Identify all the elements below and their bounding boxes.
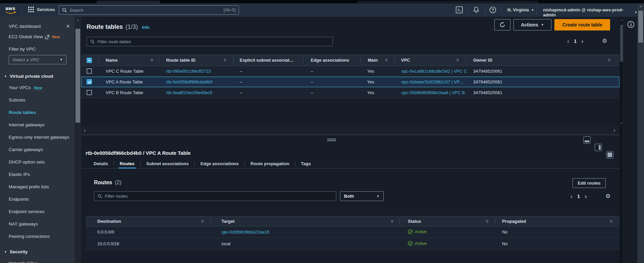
sort-icon[interactable]: ▽ [486, 220, 488, 223]
scrollbar-thumb[interactable] [638, 11, 643, 43]
cloudshell-button[interactable] [456, 6, 463, 15]
panel-position-bottom-button[interactable] [583, 136, 591, 144]
page-number[interactable]: 1 [577, 194, 580, 199]
table-settings-gear-icon[interactable]: ⚙ [602, 38, 607, 45]
col-status[interactable]: Status [408, 219, 421, 224]
col-destination[interactable]: Destination [97, 219, 121, 224]
vpc-link[interactable]: vpc-0cbaee7b302962c57 | VP… [401, 79, 464, 84]
account-menu[interactable]: nishapmcd-admin @ nishap-aws-prod-admin … [543, 7, 637, 17]
igw-target-link[interactable]: igw-0d3fb8c9bba22aa16 [221, 229, 269, 235]
content-left-scrollbar[interactable]: ⌃ [75, 17, 81, 263]
sidebar-item-egress-only-internet-gateways[interactable]: Egress-only internet gateways [9, 134, 70, 141]
page-prev-icon[interactable]: ‹ [571, 193, 573, 199]
col-propagated[interactable]: Propagated [502, 219, 526, 224]
scroll-down-icon[interactable]: ⌄ [620, 120, 624, 125]
info-panel-toggle-icon[interactable] [627, 21, 635, 28]
region-selector[interactable]: N. Virginia ▼ [507, 7, 534, 12]
scrollbar-thumb[interactable] [620, 25, 623, 62]
tab-tags[interactable]: Tags [295, 159, 316, 168]
info-link[interactable]: Info [142, 25, 149, 30]
sidebar-item-peering-connections[interactable]: Peering connections [9, 233, 70, 240]
scrollbar-thumb[interactable] [76, 29, 80, 123]
route-row-local[interactable]: 10.0.0.0/16 local Active No [86, 238, 620, 250]
row-checkbox[interactable] [87, 90, 92, 95]
scroll-up-icon[interactable]: ⌃ [75, 19, 81, 23]
sidebar-item-dhcp-option-sets[interactable]: DHCP option sets [9, 159, 70, 166]
services-menu-button[interactable]: Services [28, 7, 55, 12]
tab-route-propagation[interactable]: Route propagation [245, 159, 295, 168]
routes-scope-select[interactable]: Both ▼ [340, 191, 384, 201]
global-search[interactable]: [Alt+S] [59, 5, 239, 15]
sidebar-item-carrier-gateways[interactable]: Carrier gateways [9, 146, 70, 153]
route-row-default[interactable]: 0.0.0.0/0 igw-0d3fb8c9bba22aa16 Active N… [86, 226, 620, 238]
page-prev-icon[interactable]: ‹ [567, 38, 569, 44]
page-next-icon[interactable]: › [585, 193, 587, 199]
scroll-left-icon[interactable]: ‹ [84, 127, 86, 133]
help-button[interactable]: ? [489, 6, 496, 15]
sidebar-group-virtual-private-cloud[interactable]: ▼ Virtual private cloud [4, 74, 70, 79]
close-icon[interactable]: × [66, 23, 70, 29]
page-scrollbar[interactable]: ⌃ [637, 3, 644, 263]
search-input[interactable] [69, 8, 221, 13]
vpc-filter-select[interactable]: Select a VPC ▼ [9, 55, 66, 64]
panel-maximize-button[interactable] [606, 151, 613, 158]
split-panel-drag-handle[interactable] [327, 139, 336, 141]
route-table-id-link[interactable]: rtb-090e95c164cff2723 [166, 69, 211, 74]
sidebar-item-nat-gateways[interactable]: NAT gateways [9, 221, 70, 227]
sort-icon[interactable]: ▽ [608, 59, 610, 62]
tab-subnet-associations[interactable]: Subnet associations [141, 159, 194, 168]
sort-icon[interactable]: ▽ [610, 220, 612, 223]
route-table-id-link[interactable]: rtb-0e0056df966cbd4b0 [166, 79, 212, 84]
edit-routes-button[interactable]: Edit routes [573, 178, 606, 188]
vpc-link[interactable]: vpc-0e1a861c68cd6c542 | VPC C [401, 69, 467, 74]
scroll-up-icon[interactable]: ⌃ [637, 5, 644, 10]
sort-icon[interactable]: ▽ [456, 59, 459, 62]
route-tables-filter[interactable] [87, 37, 333, 46]
sidebar-item-elastic-ips[interactable]: Elastic IPs [9, 171, 70, 178]
col-explicit-subnet[interactable]: Explicit subnet associat… [240, 58, 294, 63]
col-edge-associations[interactable]: Edge associations [311, 58, 349, 63]
horizontal-scrollbar[interactable]: ‹ › [81, 127, 620, 135]
col-vpc[interactable]: VPC [401, 58, 410, 63]
col-target[interactable]: Target [221, 219, 235, 224]
create-route-table-button[interactable]: Create route table [554, 19, 610, 30]
tab-edge-associations[interactable]: Edge associations [195, 159, 244, 168]
sidebar-item-route-tables[interactable]: Route tables [9, 109, 70, 116]
row-checkbox[interactable] [87, 79, 92, 84]
sidebar-group-security[interactable]: ▼ Security [4, 249, 70, 254]
sort-icon[interactable]: ▽ [201, 220, 204, 223]
sidebar-item-subnets[interactable]: Subnets [9, 97, 70, 104]
aws-logo[interactable]: aws [5, 5, 16, 14]
panel-position-side-button[interactable] [595, 144, 602, 151]
route-tables-filter-input[interactable] [97, 39, 329, 44]
notifications-button[interactable] [473, 6, 480, 15]
sidebar-item-your-vpcs[interactable]: Your VPCsNew [9, 84, 70, 91]
sidebar-item-network-acls[interactable]: Network ACLs [9, 260, 70, 263]
row-checkbox[interactable] [87, 68, 92, 74]
page-next-icon[interactable]: › [581, 38, 583, 44]
col-name[interactable]: Name [106, 58, 117, 63]
sidebar-item-managed-prefix-lists[interactable]: Managed prefix lists [9, 184, 70, 190]
route-table-id-link[interactable]: rtb-0ea6f10ec00e45ec9 [166, 90, 212, 95]
actions-button[interactable]: Actions ▼ [513, 19, 551, 30]
routes-filter-input[interactable] [105, 194, 333, 199]
sidebar-item-endpoint-services[interactable]: Endpoint services [9, 208, 70, 215]
sidebar-item-endpoints[interactable]: Endpoints [9, 196, 70, 203]
table-row-vpc-c[interactable]: VPC C Route Table rtb-090e95c164cff2723 … [81, 66, 620, 77]
page-number[interactable]: 1 [574, 39, 577, 44]
scroll-right-icon[interactable]: › [613, 127, 615, 133]
sort-icon[interactable]: ▽ [151, 59, 153, 62]
sort-icon[interactable]: ▽ [385, 59, 388, 62]
table-row-vpc-a[interactable]: VPC A Route Table rtb-0e0056df966cbd4b0 … [81, 77, 620, 87]
tab-details[interactable]: Details [88, 159, 114, 168]
col-main[interactable]: Main [368, 58, 378, 63]
sidebar-item-internet-gateways[interactable]: Internet gateways [9, 122, 70, 128]
routes-settings-gear-icon[interactable]: ⚙ [605, 193, 610, 200]
tab-routes[interactable]: Routes [114, 159, 140, 168]
routes-filter[interactable] [94, 191, 336, 201]
scroll-up-icon[interactable]: ⌃ [620, 19, 624, 23]
col-route-table-id[interactable]: Route table ID [166, 58, 195, 63]
table-row-vpc-b[interactable]: VPC B Route Table rtb-0ea6f10ec00e45ec9 … [81, 87, 620, 98]
sidebar-item-vpc-dashboard[interactable]: VPC dashboard [9, 24, 41, 29]
content-right-scrollbar[interactable]: ⌃ ⌄ [620, 17, 624, 127]
